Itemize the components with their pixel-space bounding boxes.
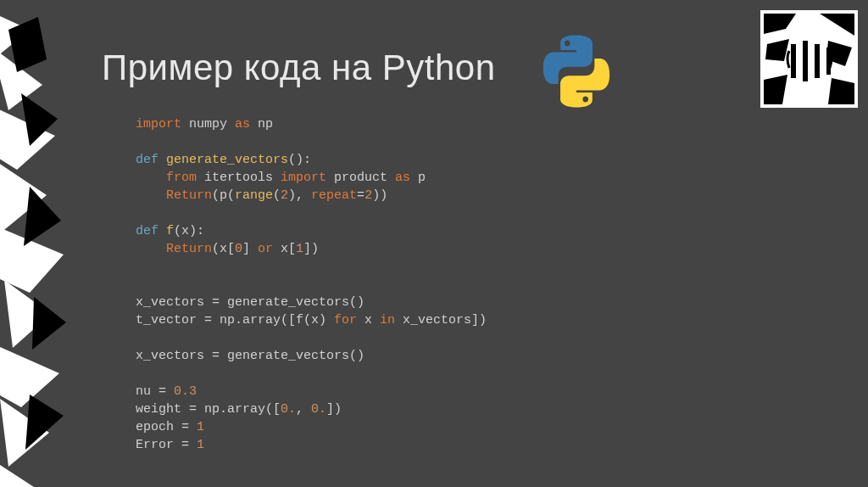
- left-geometric-decoration: [0, 0, 85, 487]
- svg-marker-12: [32, 297, 66, 350]
- svg-rect-22: [803, 41, 808, 81]
- code-line: from itertools import product as p: [136, 169, 487, 187]
- code-line: epoch = 1: [136, 418, 487, 436]
- code-line: t_vector = np.array([f(x) for x in x_vec…: [136, 311, 487, 329]
- blank-line: [136, 276, 487, 294]
- code-line: def f(x):: [136, 222, 487, 240]
- svg-rect-21: [791, 44, 796, 78]
- code-example: import numpy as np def generate_vectors(…: [136, 115, 487, 454]
- code-line: x_vectors = generate_vectors(): [136, 294, 487, 311]
- blank-line: [136, 258, 487, 276]
- slide-title: Пример кода на Python: [102, 48, 496, 88]
- blank-line: [136, 204, 487, 222]
- blank-line: [136, 329, 487, 347]
- svg-rect-23: [815, 44, 820, 78]
- corner-abstract-icon: [760, 10, 858, 108]
- code-line: x_vectors = generate_vectors(): [136, 347, 487, 365]
- svg-marker-13: [25, 395, 64, 450]
- code-line: Return(x[0] or x[1]): [136, 240, 487, 258]
- python-logo-icon: [539, 34, 614, 109]
- code-line: Error = 1: [136, 436, 487, 454]
- code-line: def generate_vectors():: [136, 151, 487, 169]
- code-line: weight = np.array([0., 0.]): [136, 400, 487, 418]
- code-line: import numpy as np: [136, 115, 487, 133]
- blank-line: [136, 365, 487, 383]
- code-line: Return(p(range(2), repeat=2)): [136, 187, 487, 204]
- blank-line: [136, 133, 487, 151]
- code-line: nu = 0.3: [136, 383, 487, 400]
